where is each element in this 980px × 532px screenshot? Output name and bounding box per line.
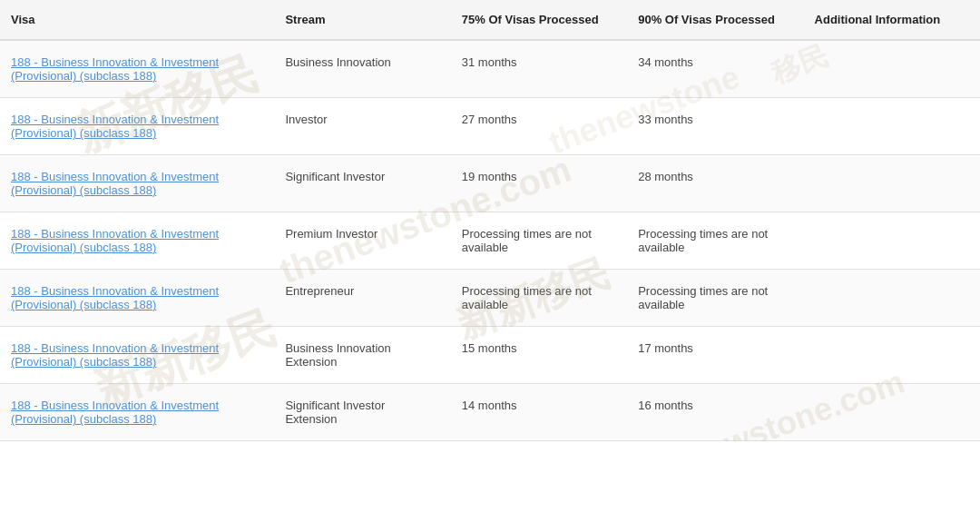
cell-stream: Premium Investor — [274, 212, 450, 270]
cell-stream: Significant Investor — [274, 155, 450, 212]
table-row: 188 - Business Innovation & Investment (… — [0, 155, 980, 212]
cell-info — [804, 40, 980, 98]
cell-p75: 14 months — [451, 384, 627, 441]
cell-p90: 16 months — [627, 384, 803, 441]
header-visa: Visa — [0, 0, 274, 40]
table-row: 188 - Business Innovation & Investment (… — [0, 270, 980, 327]
header-stream: Stream — [274, 0, 450, 40]
table-row: 188 - Business Innovation & Investment (… — [0, 40, 980, 98]
main-container: 新新移民 thenewstone.com 新新移民 thenewstone 新新… — [0, 0, 980, 441]
cell-visa: 188 - Business Innovation & Investment (… — [0, 212, 274, 270]
cell-p90: Processing times are not available — [627, 212, 803, 270]
cell-stream: Significant Investor Extension — [274, 384, 450, 441]
cell-p90: Processing times are not available — [627, 270, 803, 327]
visa-link[interactable]: 188 - Business Innovation & Investment (… — [11, 227, 219, 254]
cell-info — [804, 384, 980, 441]
cell-visa: 188 - Business Innovation & Investment (… — [0, 384, 274, 441]
cell-visa: 188 - Business Innovation & Investment (… — [0, 270, 274, 327]
cell-p75: Processing times are not available — [451, 270, 627, 327]
cell-p90: 28 months — [627, 155, 803, 212]
cell-p75: 27 months — [451, 98, 627, 155]
cell-info — [804, 155, 980, 212]
table-row: 188 - Business Innovation & Investment (… — [0, 327, 980, 384]
cell-stream: Investor — [274, 98, 450, 155]
cell-p75: 31 months — [451, 40, 627, 98]
table-header-row: Visa Stream 75% Of Visas Processed 90% O… — [0, 0, 980, 40]
table-row: 188 - Business Innovation & Investment (… — [0, 98, 980, 155]
visa-link[interactable]: 188 - Business Innovation & Investment (… — [11, 341, 219, 369]
cell-info — [804, 98, 980, 155]
cell-visa: 188 - Business Innovation & Investment (… — [0, 40, 274, 98]
cell-info — [804, 327, 980, 384]
visa-link[interactable]: 188 - Business Innovation & Investment (… — [11, 170, 219, 197]
table-row: 188 - Business Innovation & Investment (… — [0, 212, 980, 270]
cell-p75: Processing times are not available — [451, 212, 627, 270]
cell-info — [804, 270, 980, 327]
cell-info — [804, 212, 980, 270]
table-row: 188 - Business Innovation & Investment (… — [0, 384, 980, 441]
visa-link[interactable]: 188 - Business Innovation & Investment (… — [11, 113, 219, 140]
cell-p75: 15 months — [451, 327, 627, 384]
visa-link[interactable]: 188 - Business Innovation & Investment (… — [11, 55, 219, 83]
cell-visa: 188 - Business Innovation & Investment (… — [0, 155, 274, 212]
cell-p75: 19 months — [451, 155, 627, 212]
cell-stream: Business Innovation — [274, 40, 450, 98]
visa-link[interactable]: 188 - Business Innovation & Investment (… — [11, 284, 219, 311]
cell-p90: 34 months — [627, 40, 803, 98]
visa-processing-table: Visa Stream 75% Of Visas Processed 90% O… — [0, 0, 980, 441]
cell-p90: 17 months — [627, 327, 803, 384]
header-info: Additional Information — [804, 0, 980, 40]
cell-p90: 33 months — [627, 98, 803, 155]
cell-stream: Business Innovation Extension — [274, 327, 450, 384]
header-p90: 90% Of Visas Processed — [627, 0, 803, 40]
cell-visa: 188 - Business Innovation & Investment (… — [0, 98, 274, 155]
visa-link[interactable]: 188 - Business Innovation & Investment (… — [11, 399, 219, 426]
cell-stream: Entrepreneur — [274, 270, 450, 327]
header-p75: 75% Of Visas Processed — [451, 0, 627, 40]
cell-visa: 188 - Business Innovation & Investment (… — [0, 327, 274, 384]
